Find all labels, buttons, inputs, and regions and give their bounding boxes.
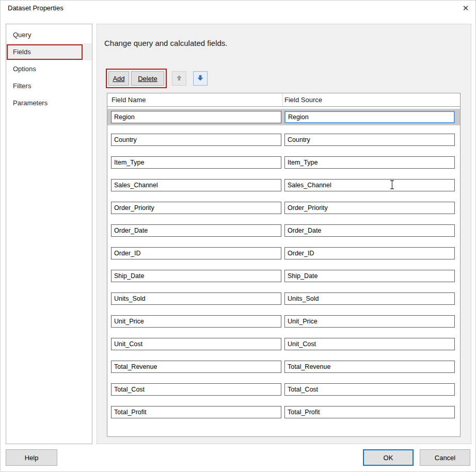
sidebar-item-options[interactable]: Options — [6, 60, 92, 77]
field-name-input[interactable] — [111, 406, 281, 418]
field-source-input[interactable] — [284, 134, 455, 146]
window-title: Dataset Properties — [8, 4, 64, 12]
field-row — [107, 359, 460, 375]
sidebar: Query Fields Options Filters Parameters — [6, 24, 92, 444]
field-name-input[interactable] — [111, 134, 281, 146]
field-name-input[interactable] — [111, 270, 281, 282]
field-source-input[interactable] — [284, 292, 455, 305]
field-name-input[interactable] — [111, 224, 281, 237]
fields-table: Field Name Field Source — [107, 93, 461, 437]
field-name-input[interactable] — [111, 292, 281, 305]
column-header-field-name: Field Name — [112, 96, 146, 104]
field-row — [107, 313, 460, 330]
cancel-button[interactable]: Cancel — [420, 449, 470, 466]
field-name-input[interactable] — [111, 111, 281, 123]
field-source-input[interactable] — [284, 224, 455, 237]
move-up-button[interactable] — [172, 71, 186, 86]
help-button[interactable]: Help — [6, 449, 57, 466]
main-panel: Change query and calculated fields. Add … — [97, 24, 471, 444]
page-title: Change query and calculated fields. — [104, 39, 228, 47]
field-row — [107, 245, 460, 262]
field-source-input[interactable] — [284, 247, 455, 259]
field-name-input[interactable] — [111, 338, 281, 350]
sidebar-item-fields[interactable]: Fields — [6, 43, 92, 60]
ok-button[interactable]: OK — [363, 449, 414, 466]
field-source-input[interactable] — [284, 270, 455, 282]
field-source-input[interactable] — [284, 361, 455, 373]
field-row — [107, 290, 460, 307]
field-row — [107, 154, 460, 171]
close-icon[interactable]: ✕ — [458, 2, 473, 14]
field-source-input[interactable] — [284, 406, 455, 418]
field-row — [107, 336, 460, 352]
down-arrow-icon — [197, 74, 204, 83]
field-name-input[interactable] — [111, 315, 281, 328]
add-button[interactable]: Add — [108, 71, 129, 86]
table-header: Field Name Field Source — [107, 93, 460, 107]
column-header-field-source: Field Source — [284, 96, 322, 104]
field-row — [107, 177, 460, 193]
field-row — [107, 109, 460, 125]
up-arrow-icon — [176, 74, 183, 83]
field-source-input[interactable] — [284, 179, 455, 191]
field-row — [107, 404, 460, 420]
field-name-input[interactable] — [111, 361, 281, 373]
add-button-label: Add — [113, 75, 124, 83]
field-source-input[interactable] — [284, 111, 455, 123]
field-source-input[interactable] — [284, 315, 455, 328]
delete-button-label: Delete — [138, 75, 157, 83]
field-rows — [107, 107, 460, 427]
field-name-input[interactable] — [111, 247, 281, 259]
titlebar: Dataset Properties ✕ — [1, 1, 475, 16]
field-name-input[interactable] — [111, 383, 281, 396]
move-down-button[interactable] — [193, 71, 208, 86]
field-source-input[interactable] — [284, 202, 455, 214]
sidebar-item-filters[interactable]: Filters — [6, 77, 92, 94]
delete-button[interactable]: Delete — [131, 71, 164, 86]
field-row — [107, 200, 460, 216]
field-row — [107, 132, 460, 148]
sidebar-item-query[interactable]: Query — [6, 26, 92, 43]
field-source-input[interactable] — [284, 338, 455, 350]
field-name-input[interactable] — [111, 202, 281, 214]
field-name-input[interactable] — [111, 156, 281, 169]
field-row — [107, 268, 460, 284]
field-source-input[interactable] — [284, 383, 455, 396]
field-source-input[interactable] — [284, 156, 455, 169]
sidebar-item-parameters[interactable]: Parameters — [6, 94, 92, 111]
field-name-input[interactable] — [111, 179, 281, 191]
field-row — [107, 222, 460, 239]
field-row — [107, 381, 460, 398]
